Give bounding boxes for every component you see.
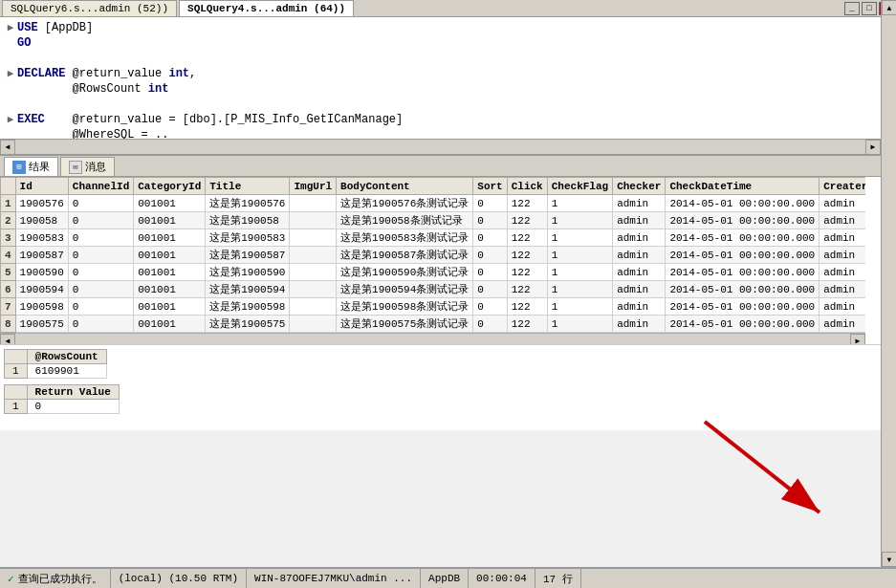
results-tab[interactable]: ⊞ 结果 (4, 157, 58, 176)
results-tabs: ⊞ 结果 ✉ 消息 (0, 156, 896, 177)
results-table: Id ChannelId CategoryId Title ImgUrl Bod… (0, 177, 865, 333)
main-vscroll[interactable]: ▲ ▼ (881, 0, 896, 567)
table-row[interactable]: 119005760001001这是第1900576这是第1900576条测试记录… (1, 195, 866, 212)
table-cell: 2014-05-01 00:00:00.000 (666, 281, 820, 298)
table-row[interactable]: 719005980001001这是第1900598这是第1900598条测试记录… (1, 298, 866, 316)
table-cell (290, 264, 337, 281)
table-cell: 0 (473, 195, 507, 212)
table-row[interactable]: 21900580001001这是第190058这是第190058条测试记录012… (1, 212, 866, 229)
table-cell: 2014-05-01 00:00:00.000 (666, 264, 820, 281)
editor-text-7: EXEC @return_value = [dbo].[P_MIS_Info_G… (17, 113, 403, 126)
table-cell: 1900587 (15, 247, 68, 264)
status-success: ✓ 查询已成功执行。 (0, 569, 111, 588)
table-cell: 2014-05-01 00:00:00.000 (666, 212, 820, 229)
messages-tab[interactable]: ✉ 消息 (60, 157, 115, 176)
grid-hscroll-right[interactable]: ▶ (850, 334, 865, 345)
col-checkdatetime: CheckDateTime (666, 178, 820, 195)
table-cell: 001001 (134, 229, 206, 247)
main-vscroll-down[interactable]: ▼ (882, 552, 896, 567)
rowscount-header: @RowsCount (27, 350, 106, 364)
grid-hscroll[interactable]: ◀ ▶ (0, 333, 865, 344)
row-num-cell: 7 (1, 298, 16, 316)
table-cell: 这是第1900575条测试记录 (337, 316, 473, 333)
editor-line-3 (0, 52, 896, 67)
hscroll-left-arrow[interactable]: ◀ (0, 140, 15, 155)
table-cell: 1900598 (15, 298, 68, 316)
table-cell: 1900590 (15, 264, 68, 281)
rowscount-header-num (5, 350, 28, 364)
col-bodycontent: BodyContent (337, 178, 473, 195)
table-cell: 这是第1900587 (206, 247, 290, 264)
sql-editor[interactable]: ▶ USE [AppDB] GO ▶ DECLARE @return_value… (0, 17, 896, 156)
msg-icon: ✉ (69, 161, 82, 174)
check-icon: ✓ (8, 573, 14, 585)
editor-line-6 (0, 98, 896, 113)
editor-line-5: @RowsCount int (0, 82, 896, 98)
table-cell: 2014-05-01 00:00:00.000 (666, 316, 820, 333)
col-creater: Creater (820, 178, 865, 195)
table-cell: 0 (68, 264, 133, 281)
table-cell: 这是第1900598条测试记录 (337, 298, 473, 316)
editor-line-2: GO (0, 36, 896, 52)
tab-sqlquery6[interactable]: SQLQuery6.s...admin (52)) (2, 0, 177, 16)
status-user: WIN-87OOFEJ7MKU\admin ... (247, 569, 421, 588)
returnvalue-header-num (5, 385, 28, 400)
table-cell: 001001 (134, 316, 206, 333)
table-row[interactable]: 519005900001001这是第1900590这是第1900590条测试记录… (1, 264, 866, 281)
status-server: (local) (10.50 RTM) (111, 569, 247, 588)
table-cell: 这是第1900587条测试记录 (337, 247, 473, 264)
table-cell: 190058 (15, 212, 68, 229)
table-cell: admin (820, 229, 865, 247)
table-row[interactable]: 819005750001001这是第1900575这是第1900575条测试记录… (1, 316, 866, 333)
table-cell: 这是第190058条测试记录 (337, 212, 473, 229)
table-cell: admin (820, 316, 865, 333)
row-num-cell: 6 (1, 281, 16, 298)
table-cell: admin (820, 195, 865, 212)
editor-line-1: ▶ USE [AppDB] (0, 21, 896, 36)
editor-text-1: USE [AppDB] (17, 21, 93, 34)
table-row[interactable]: 419005870001001这是第1900587这是第1900587条测试记录… (1, 247, 866, 264)
grid-hscroll-left[interactable]: ◀ (0, 334, 15, 345)
editor-hscroll[interactable]: ◀ ▶ (0, 139, 881, 154)
table-cell: 1900576 (15, 195, 68, 212)
title-bar: SQLQuery6.s...admin (52)) SQLQuery4.s...… (0, 0, 896, 17)
status-db: AppDB (421, 569, 469, 588)
table-cell: 这是第190058 (206, 212, 290, 229)
table-cell: 2014-05-01 00:00:00.000 (666, 229, 820, 247)
table-cell: 2014-05-01 00:00:00.000 (666, 298, 820, 316)
returnvalue-value: 0 (27, 400, 119, 414)
table-cell: admin (820, 264, 865, 281)
table-cell: 122 (507, 264, 547, 281)
table-row[interactable]: 619005940001001这是第1900594这是第1900594条测试记录… (1, 281, 866, 298)
hscroll-right-arrow[interactable]: ▶ (865, 140, 881, 155)
table-cell: admin (820, 247, 865, 264)
editor-line-4: ▶ DECLARE @return_value int, (0, 67, 896, 82)
table-header-row: Id ChannelId CategoryId Title ImgUrl Bod… (1, 178, 866, 195)
table-row[interactable]: 319005830001001这是第1900583这是第1900583条测试记录… (1, 229, 866, 247)
rowscount-row: 1 6109901 (5, 364, 107, 379)
table-cell: 2014-05-01 00:00:00.000 (666, 247, 820, 264)
table-cell: 1 (547, 298, 612, 316)
table-cell: 这是第1900583条测试记录 (337, 229, 473, 247)
table-cell: 1 (547, 264, 612, 281)
table-cell: admin (820, 281, 865, 298)
editor-text-5: @RowsCount int (17, 82, 168, 96)
table-cell: 1 (547, 212, 612, 229)
table-cell: admin (613, 298, 666, 316)
table-cell: 0 (68, 195, 133, 212)
table-cell: 0 (473, 212, 507, 229)
editor-text-6 (17, 98, 24, 111)
table-cell: 0 (68, 316, 133, 333)
row-num-cell: 5 (1, 264, 16, 281)
returnvalue-num: 1 (5, 400, 28, 414)
minimize-button[interactable]: _ (844, 2, 860, 15)
table-cell (290, 212, 337, 229)
table-cell: 2014-05-01 00:00:00.000 (666, 195, 820, 212)
maximize-button[interactable]: □ (862, 2, 877, 15)
editor-text-3 (17, 52, 24, 65)
table-cell: 这是第1900594条测试记录 (337, 281, 473, 298)
col-rownum (1, 178, 16, 195)
tab-sqlquery4[interactable]: SQLQuery4.s...admin (64)) (179, 0, 354, 16)
main-vscroll-up[interactable]: ▲ (882, 0, 896, 15)
table-cell: 1 (547, 247, 612, 264)
